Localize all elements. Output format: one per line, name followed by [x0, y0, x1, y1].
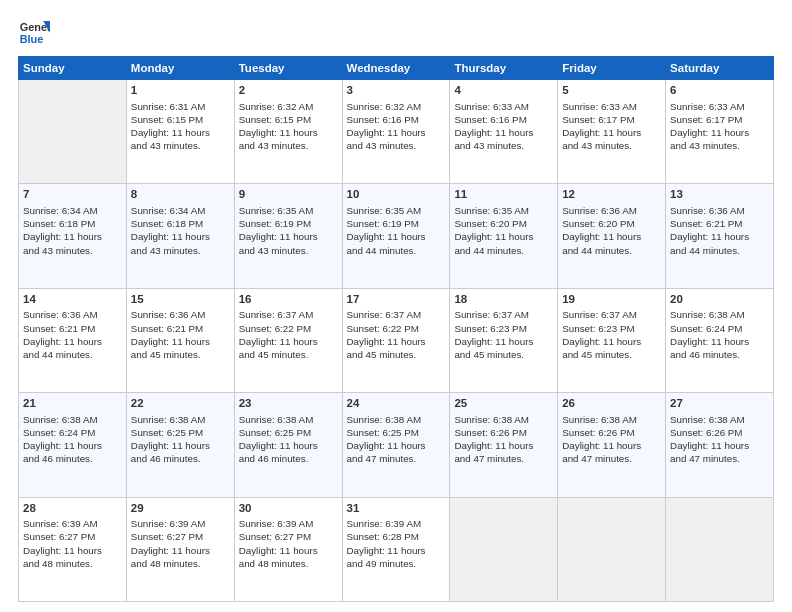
logo-icon: General Blue	[18, 16, 50, 48]
day-info: Sunrise: 6:33 AM Sunset: 6:16 PM Dayligh…	[454, 100, 553, 153]
calendar-cell: 4Sunrise: 6:33 AM Sunset: 6:16 PM Daylig…	[450, 80, 558, 184]
day-number: 5	[562, 83, 661, 99]
day-number: 31	[347, 501, 446, 517]
calendar-cell: 9Sunrise: 6:35 AM Sunset: 6:19 PM Daylig…	[234, 184, 342, 288]
calendar-cell	[19, 80, 127, 184]
day-number: 15	[131, 292, 230, 308]
day-info: Sunrise: 6:39 AM Sunset: 6:27 PM Dayligh…	[23, 517, 122, 570]
day-info: Sunrise: 6:38 AM Sunset: 6:24 PM Dayligh…	[670, 308, 769, 361]
calendar-week-row: 21Sunrise: 6:38 AM Sunset: 6:24 PM Dayli…	[19, 393, 774, 497]
day-number: 22	[131, 396, 230, 412]
calendar-cell: 16Sunrise: 6:37 AM Sunset: 6:22 PM Dayli…	[234, 288, 342, 392]
day-info: Sunrise: 6:33 AM Sunset: 6:17 PM Dayligh…	[670, 100, 769, 153]
day-info: Sunrise: 6:37 AM Sunset: 6:22 PM Dayligh…	[239, 308, 338, 361]
day-info: Sunrise: 6:38 AM Sunset: 6:24 PM Dayligh…	[23, 413, 122, 466]
calendar-cell: 2Sunrise: 6:32 AM Sunset: 6:15 PM Daylig…	[234, 80, 342, 184]
day-number: 30	[239, 501, 338, 517]
day-info: Sunrise: 6:38 AM Sunset: 6:26 PM Dayligh…	[670, 413, 769, 466]
day-number: 23	[239, 396, 338, 412]
day-number: 3	[347, 83, 446, 99]
day-info: Sunrise: 6:35 AM Sunset: 6:19 PM Dayligh…	[347, 204, 446, 257]
calendar-cell: 8Sunrise: 6:34 AM Sunset: 6:18 PM Daylig…	[126, 184, 234, 288]
day-number: 4	[454, 83, 553, 99]
day-number: 27	[670, 396, 769, 412]
calendar-cell	[558, 497, 666, 601]
calendar-cell: 19Sunrise: 6:37 AM Sunset: 6:23 PM Dayli…	[558, 288, 666, 392]
day-number: 7	[23, 187, 122, 203]
calendar-cell: 11Sunrise: 6:35 AM Sunset: 6:20 PM Dayli…	[450, 184, 558, 288]
day-info: Sunrise: 6:33 AM Sunset: 6:17 PM Dayligh…	[562, 100, 661, 153]
calendar-week-row: 14Sunrise: 6:36 AM Sunset: 6:21 PM Dayli…	[19, 288, 774, 392]
day-number: 28	[23, 501, 122, 517]
weekday-header-sunday: Sunday	[19, 57, 127, 80]
day-number: 19	[562, 292, 661, 308]
day-number: 9	[239, 187, 338, 203]
day-number: 16	[239, 292, 338, 308]
day-info: Sunrise: 6:38 AM Sunset: 6:25 PM Dayligh…	[239, 413, 338, 466]
day-info: Sunrise: 6:35 AM Sunset: 6:19 PM Dayligh…	[239, 204, 338, 257]
day-number: 18	[454, 292, 553, 308]
calendar-cell: 17Sunrise: 6:37 AM Sunset: 6:22 PM Dayli…	[342, 288, 450, 392]
day-info: Sunrise: 6:38 AM Sunset: 6:26 PM Dayligh…	[562, 413, 661, 466]
calendar-cell: 13Sunrise: 6:36 AM Sunset: 6:21 PM Dayli…	[666, 184, 774, 288]
day-info: Sunrise: 6:31 AM Sunset: 6:15 PM Dayligh…	[131, 100, 230, 153]
calendar-cell: 30Sunrise: 6:39 AM Sunset: 6:27 PM Dayli…	[234, 497, 342, 601]
calendar-cell: 10Sunrise: 6:35 AM Sunset: 6:19 PM Dayli…	[342, 184, 450, 288]
day-info: Sunrise: 6:39 AM Sunset: 6:27 PM Dayligh…	[131, 517, 230, 570]
day-info: Sunrise: 6:37 AM Sunset: 6:23 PM Dayligh…	[454, 308, 553, 361]
weekday-header-saturday: Saturday	[666, 57, 774, 80]
day-info: Sunrise: 6:32 AM Sunset: 6:15 PM Dayligh…	[239, 100, 338, 153]
calendar-cell: 12Sunrise: 6:36 AM Sunset: 6:20 PM Dayli…	[558, 184, 666, 288]
calendar-week-row: 1Sunrise: 6:31 AM Sunset: 6:15 PM Daylig…	[19, 80, 774, 184]
day-number: 6	[670, 83, 769, 99]
calendar-cell: 7Sunrise: 6:34 AM Sunset: 6:18 PM Daylig…	[19, 184, 127, 288]
day-number: 26	[562, 396, 661, 412]
day-number: 2	[239, 83, 338, 99]
calendar-cell: 27Sunrise: 6:38 AM Sunset: 6:26 PM Dayli…	[666, 393, 774, 497]
calendar-cell: 3Sunrise: 6:32 AM Sunset: 6:16 PM Daylig…	[342, 80, 450, 184]
day-info: Sunrise: 6:37 AM Sunset: 6:22 PM Dayligh…	[347, 308, 446, 361]
day-number: 13	[670, 187, 769, 203]
day-info: Sunrise: 6:39 AM Sunset: 6:27 PM Dayligh…	[239, 517, 338, 570]
day-number: 12	[562, 187, 661, 203]
weekday-header-row: SundayMondayTuesdayWednesdayThursdayFrid…	[19, 57, 774, 80]
calendar-cell	[450, 497, 558, 601]
day-info: Sunrise: 6:36 AM Sunset: 6:21 PM Dayligh…	[23, 308, 122, 361]
calendar-cell: 5Sunrise: 6:33 AM Sunset: 6:17 PM Daylig…	[558, 80, 666, 184]
calendar-cell: 29Sunrise: 6:39 AM Sunset: 6:27 PM Dayli…	[126, 497, 234, 601]
day-info: Sunrise: 6:38 AM Sunset: 6:25 PM Dayligh…	[131, 413, 230, 466]
day-info: Sunrise: 6:32 AM Sunset: 6:16 PM Dayligh…	[347, 100, 446, 153]
day-number: 21	[23, 396, 122, 412]
day-number: 10	[347, 187, 446, 203]
weekday-header-tuesday: Tuesday	[234, 57, 342, 80]
calendar-cell: 1Sunrise: 6:31 AM Sunset: 6:15 PM Daylig…	[126, 80, 234, 184]
weekday-header-wednesday: Wednesday	[342, 57, 450, 80]
calendar-week-row: 7Sunrise: 6:34 AM Sunset: 6:18 PM Daylig…	[19, 184, 774, 288]
calendar-cell: 26Sunrise: 6:38 AM Sunset: 6:26 PM Dayli…	[558, 393, 666, 497]
calendar-cell: 14Sunrise: 6:36 AM Sunset: 6:21 PM Dayli…	[19, 288, 127, 392]
weekday-header-thursday: Thursday	[450, 57, 558, 80]
calendar-cell	[666, 497, 774, 601]
day-number: 17	[347, 292, 446, 308]
day-number: 14	[23, 292, 122, 308]
day-info: Sunrise: 6:36 AM Sunset: 6:21 PM Dayligh…	[670, 204, 769, 257]
calendar-cell: 31Sunrise: 6:39 AM Sunset: 6:28 PM Dayli…	[342, 497, 450, 601]
calendar-cell: 21Sunrise: 6:38 AM Sunset: 6:24 PM Dayli…	[19, 393, 127, 497]
calendar-cell: 24Sunrise: 6:38 AM Sunset: 6:25 PM Dayli…	[342, 393, 450, 497]
day-number: 11	[454, 187, 553, 203]
day-info: Sunrise: 6:36 AM Sunset: 6:20 PM Dayligh…	[562, 204, 661, 257]
day-number: 20	[670, 292, 769, 308]
calendar-cell: 23Sunrise: 6:38 AM Sunset: 6:25 PM Dayli…	[234, 393, 342, 497]
logo: General Blue	[18, 16, 50, 48]
day-info: Sunrise: 6:35 AM Sunset: 6:20 PM Dayligh…	[454, 204, 553, 257]
header: General Blue	[18, 16, 774, 48]
day-info: Sunrise: 6:34 AM Sunset: 6:18 PM Dayligh…	[131, 204, 230, 257]
svg-text:Blue: Blue	[20, 33, 44, 45]
calendar-cell: 20Sunrise: 6:38 AM Sunset: 6:24 PM Dayli…	[666, 288, 774, 392]
day-info: Sunrise: 6:38 AM Sunset: 6:25 PM Dayligh…	[347, 413, 446, 466]
weekday-header-monday: Monday	[126, 57, 234, 80]
calendar-cell: 22Sunrise: 6:38 AM Sunset: 6:25 PM Dayli…	[126, 393, 234, 497]
day-number: 8	[131, 187, 230, 203]
calendar-cell: 6Sunrise: 6:33 AM Sunset: 6:17 PM Daylig…	[666, 80, 774, 184]
calendar-cell: 28Sunrise: 6:39 AM Sunset: 6:27 PM Dayli…	[19, 497, 127, 601]
